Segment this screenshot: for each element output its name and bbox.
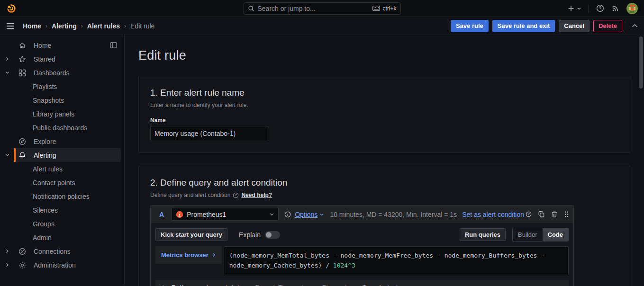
sidebar-item-notification-policies[interactable]: Notification policies <box>14 189 121 203</box>
chevron-up-icon <box>632 24 638 28</box>
sidebar-item-groups[interactable]: Groups <box>14 217 121 231</box>
scrollbar-thumb[interactable] <box>639 36 643 89</box>
sidebar-item-connections[interactable]: Connections <box>14 244 121 258</box>
grafana-logo[interactable] <box>6 3 17 14</box>
chevron-down-icon <box>5 153 9 157</box>
sidebar-item-home[interactable]: Home <box>14 38 121 52</box>
query-ref-id[interactable]: A <box>159 211 164 218</box>
chevron-right-icon: › <box>81 23 83 29</box>
sidebar-item-alerting[interactable]: Alerting <box>14 148 121 162</box>
sidebar-item-public-dashboards[interactable]: Public dashboards <box>14 121 121 134</box>
help-button[interactable] <box>596 4 604 12</box>
keyboard-icon <box>372 6 380 11</box>
drag-handle[interactable] <box>564 211 569 218</box>
query-header: A Prometheus1 <box>151 206 573 223</box>
home-icon <box>18 42 27 49</box>
chevron-right-icon <box>212 253 216 257</box>
chevron-down-icon <box>577 6 581 11</box>
explain-toggle[interactable] <box>265 231 280 239</box>
breadcrumb-alert-rules[interactable]: Alert rules <box>87 22 120 30</box>
chevron-right-icon: › <box>124 23 126 29</box>
sidebar-item-snapshots[interactable]: Snapshots <box>14 93 121 107</box>
metrics-browser-button[interactable]: Metrics browser <box>155 246 222 264</box>
breadcrumb-alerting[interactable]: Alerting <box>52 22 77 30</box>
datasource-picker[interactable]: Prometheus1 <box>172 208 279 221</box>
chevron-right-icon <box>5 57 9 61</box>
help-icon <box>596 4 604 12</box>
promql-code-editor[interactable]: (node_memory_MemTotal_bytes - node_memor… <box>224 246 569 275</box>
sidebar-item-library-panels[interactable]: Library panels <box>14 107 121 121</box>
top-navbar: ctrl+k <box>0 0 644 17</box>
explain-label: Explain <box>239 231 261 239</box>
kick-start-query-button[interactable]: Kick start your query <box>155 228 227 241</box>
breadcrumb-home[interactable]: Home <box>23 22 41 30</box>
datasource-name: Prometheus1 <box>187 211 226 218</box>
bell-icon <box>18 152 27 159</box>
breadcrumb: Home › Alerting › Alert rules › Edit rul… <box>23 22 154 30</box>
expand-starred-button[interactable] <box>1 57 14 61</box>
user-avatar[interactable] <box>626 3 638 14</box>
sidebar-item-playlists[interactable]: Playlists <box>14 80 121 93</box>
cancel-button[interactable]: Cancel <box>559 20 590 32</box>
page-title: Edit rule <box>138 48 630 63</box>
expr-line-1: (node_memory_MemTotal_bytes - node_memor… <box>229 252 544 259</box>
name-field-label: Name <box>150 117 618 124</box>
sidebar-item-starred[interactable]: Starred <box>14 52 121 66</box>
chevron-right-icon <box>5 249 9 253</box>
chevron-right-icon <box>5 263 9 267</box>
gear-icon <box>18 261 27 269</box>
expr-number: 1024^3 <box>333 262 355 269</box>
run-queries-button[interactable]: Run queries <box>460 228 506 241</box>
help-icon <box>233 192 239 198</box>
query-meta-text: 10 minutes, MD = 43200, Min. Interval = … <box>330 211 457 218</box>
compass-icon <box>18 138 27 145</box>
option-type: Type: Instant <box>363 284 398 286</box>
section1-title: 1. Enter alert rule name <box>150 88 618 98</box>
query-options-row: Options Legend: Auto Format: Time series… <box>155 280 569 286</box>
save-rule-button[interactable]: Save rule <box>451 20 489 32</box>
query-options-link[interactable]: Options <box>295 211 324 218</box>
menu-toggle-button[interactable] <box>6 23 15 29</box>
drag-dots-icon <box>564 211 569 218</box>
sidebar-item-contact-points[interactable]: Contact points <box>14 176 121 189</box>
prometheus-icon <box>176 211 183 218</box>
dock-menu-icon[interactable] <box>110 42 117 48</box>
sidebar-item-explore[interactable]: Explore <box>14 134 121 148</box>
section2-title: 2. Define query and alert condition <box>150 178 618 188</box>
copy-icon <box>538 211 545 218</box>
sidebar-item-silences[interactable]: Silences <box>14 203 121 217</box>
expand-administration-button[interactable] <box>1 263 14 267</box>
chevron-right-icon: › <box>45 23 47 29</box>
info-icon[interactable] <box>284 211 291 218</box>
rule-name-input[interactable] <box>150 126 269 141</box>
builder-mode-tab[interactable]: Builder <box>513 228 542 241</box>
sidebar-item-admin[interactable]: Admin <box>14 231 121 244</box>
star-icon <box>18 55 27 63</box>
save-rule-exit-button[interactable]: Save rule and exit <box>492 20 555 32</box>
section-query-condition: 2. Define query and alert condition Defi… <box>138 166 630 286</box>
sidebar-item-dashboards[interactable]: Dashboards <box>14 66 121 80</box>
hamburger-icon <box>6 23 15 29</box>
delete-button[interactable]: Delete <box>593 20 622 32</box>
need-help-link[interactable]: Need help? <box>241 192 272 198</box>
news-button[interactable] <box>611 4 619 12</box>
code-mode-tab[interactable]: Code <box>543 228 569 241</box>
new-menu-button[interactable] <box>567 5 581 12</box>
sidebar-item-administration[interactable]: Administration <box>14 258 121 272</box>
collapse-toolbar-button[interactable] <box>632 24 638 28</box>
set-alert-condition-link[interactable]: Set as alert condition <box>462 211 532 218</box>
chevron-down-icon <box>269 212 274 217</box>
plus-icon <box>567 5 575 12</box>
global-search[interactable]: ctrl+k <box>244 2 401 15</box>
query-body: Kick start your query Explain Run querie… <box>151 223 573 286</box>
expand-connections-button[interactable] <box>1 249 14 253</box>
duplicate-query-button[interactable] <box>538 211 545 218</box>
collapse-alerting-button[interactable] <box>1 153 14 157</box>
sidebar-item-alert-rules[interactable]: Alert rules <box>14 162 121 176</box>
editor-mode-switch: Builder Code <box>512 228 569 241</box>
delete-query-button[interactable] <box>551 211 558 218</box>
collapse-dashboards-button[interactable] <box>1 71 14 75</box>
search-input[interactable] <box>258 5 370 12</box>
search-icon <box>248 5 254 12</box>
options-expander[interactable]: Options <box>162 284 194 286</box>
